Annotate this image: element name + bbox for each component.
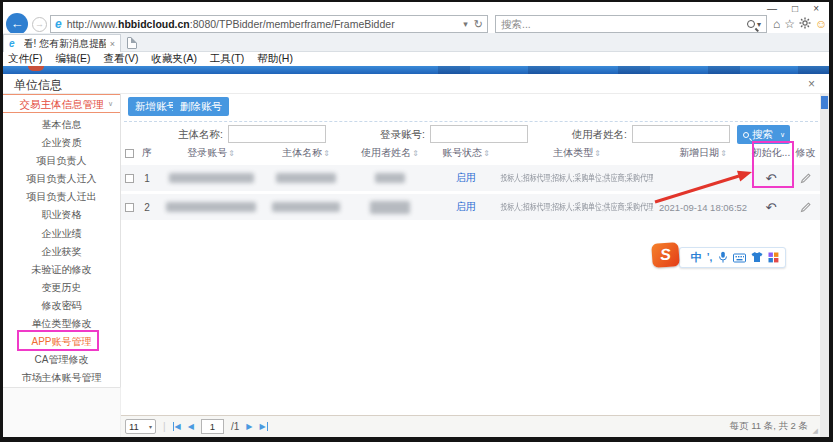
page-size-select[interactable]: 11 ▾ [125,419,156,434]
sidebar-item-enterprise-awards[interactable]: 企业获奖 [3,243,120,261]
cell-subject-type: 投标人;招标代理;招标人;采购单位;供应商;采购代理 [499,172,655,185]
sidebar-header[interactable]: 交易主体信息管理 ∨ [3,94,120,113]
dialog-close-icon[interactable]: × [808,77,815,91]
browser-search-input[interactable] [501,18,747,30]
annotation-red-arrow [640,158,765,213]
account-status-link[interactable]: 启用 [433,200,499,214]
ime-microphone-icon[interactable] [718,251,728,264]
tab-favicon-icon: e [9,38,15,49]
home-icon[interactable]: ⌂ [773,18,780,30]
menu-edit[interactable]: 编辑(E) [55,52,90,66]
subject-name-input[interactable] [228,125,326,143]
vertical-scrollbar-thumb[interactable] [821,96,828,109]
ie-logo-icon: e [55,17,62,31]
menu-view[interactable]: 查看(V) [103,52,138,66]
sort-icon: ⇕ [594,149,601,158]
cell-subject-type: 投标人;招标代理;招标人;采购单位;供应商;采购代理 [499,201,655,214]
next-page-icon[interactable]: ▶ [246,422,252,431]
sidebar-item-pm-transfer-out[interactable]: 项目负责人迁出 [3,188,120,206]
address-bar[interactable]: e http://www.hbbidcloud.cn:8080/TPBidder… [50,15,488,33]
delete-account-button[interactable]: 删除账号 [173,97,229,116]
record-count-summary: 每页 11 条, 共 2 条 [730,420,808,433]
back-button[interactable]: ← [6,13,28,35]
user-name-input[interactable] [632,125,730,143]
user-name-label: 使用者姓名: [550,128,627,142]
prev-page-icon[interactable]: ◀ [188,422,194,431]
favorites-star-icon[interactable]: ☆ [784,18,795,30]
menu-file[interactable]: 文件(F) [8,52,42,66]
vertical-scrollbar-track[interactable] [820,94,829,437]
search-dropdown-icon[interactable]: ▾ [757,20,761,29]
sidebar-item-change-password[interactable]: 修改密码 [3,297,120,315]
menu-tools[interactable]: 工具(T) [210,52,244,66]
initialize-undo-icon[interactable]: ↶ [766,200,777,215]
select-caret-icon: ▾ [149,423,152,430]
ime-punctuation-icon[interactable]: ’, [707,252,713,263]
col-user-name[interactable]: 使用者姓名⇕ [347,146,433,160]
sidebar-item-professional-qualification[interactable]: 职业资格 [3,206,120,224]
col-subject-type[interactable]: 主体类型⇕ [499,146,655,160]
edit-action[interactable] [791,172,820,184]
maximize-button[interactable]: □ [792,3,798,15]
ime-keyboard-icon[interactable] [733,253,746,263]
url-text: http://www.hbbidcloud.cn:8080/TPBidder/m… [67,18,395,30]
search-button-icon [743,132,749,138]
total-pages-label: /1 [231,421,239,432]
address-dropdown-icon[interactable]: ▾ [463,19,468,29]
col-login-account[interactable]: 登录账号⇕ [157,146,265,160]
col-account-status[interactable]: 账号状态⇕ [433,146,499,160]
row-checkbox[interactable] [125,174,134,183]
cell-login-account-redacted [157,173,265,183]
settings-gear-icon[interactable] [799,17,811,31]
col-edit: 修改 [791,146,820,160]
sidebar-footer-area [3,387,121,437]
sogou-logo-icon[interactable]: S [651,242,680,268]
close-window-button[interactable]: × [813,3,819,15]
cell-user-name-redacted [347,201,433,214]
refresh-icon[interactable]: ↻ [474,18,483,31]
menu-favorites[interactable]: 收藏夹(A) [151,52,197,66]
minimize-button[interactable]: — [767,3,777,15]
sidebar-item-change-history[interactable]: 变更历史 [3,279,120,297]
toolbar-divider [124,121,818,122]
browser-menubar: 文件(F) 编辑(E) 查看(V) 收藏夹(A) 工具(T) 帮助(H) [3,52,829,66]
menu-help[interactable]: 帮助(H) [257,52,293,66]
pagination-bar: 11 ▾ | ◀ ◀ /1 ▶ ▶ 每页 11 条, 共 2 条 ◢ [121,415,820,437]
browser-search-box[interactable]: ▾ [495,15,767,33]
col-subject-name[interactable]: 主体名称⇕ [265,146,347,160]
account-status-link[interactable]: 启用 [433,171,499,185]
edit-pencil-icon[interactable] [800,202,811,213]
login-account-input[interactable] [430,125,528,143]
select-all-checkbox[interactable] [125,149,134,158]
sidebar-item-ca-management-change[interactable]: CA管理修改 [3,351,120,369]
sidebar-item-pm-transfer-in[interactable]: 项目负责人迁入 [3,170,120,188]
sidebar-item-basic-info[interactable]: 基本信息 [3,116,120,134]
new-tab-button[interactable] [127,37,137,49]
cell-login-account-redacted [157,202,265,212]
search-icon[interactable] [747,20,755,28]
login-account-label: 登录账号: [365,128,425,142]
tab-close-icon[interactable]: × [110,39,115,49]
cell-seq: 2 [137,202,157,213]
sidebar-item-market-subject-account[interactable]: 市场主体账号管理 [3,369,120,387]
first-page-icon[interactable]: ◀ [173,422,181,431]
cell-subject-name-redacted [265,202,347,212]
cell-seq: 1 [137,173,157,184]
sort-icon: ⇕ [323,149,330,158]
last-page-icon[interactable]: ▶ [259,422,267,431]
row-checkbox[interactable] [125,203,134,212]
ime-skin-shirt-icon[interactable] [751,252,763,263]
ime-toolbox-grid-icon[interactable] [768,252,779,263]
edit-pencil-icon[interactable] [800,173,811,184]
feedback-smiley-icon[interactable]: ☺ [815,18,827,30]
sidebar-item-project-manager[interactable]: 项目负责人 [3,152,120,170]
forward-button[interactable]: → [32,17,47,32]
sidebar-item-enterprise-performance[interactable]: 企业业绩 [3,225,120,243]
ime-chinese-mode-icon[interactable]: 中 [691,250,702,265]
edit-action[interactable] [791,201,820,213]
sidebar-item-enterprise-qualification[interactable]: 企业资质 [3,134,120,152]
col-seq: 序 [137,146,157,160]
browser-tab[interactable]: e 看! 您有新消息提醒，请点... × [3,34,121,52]
page-number-input[interactable] [201,419,224,434]
sidebar-item-unverified-changes[interactable]: 未验证的修改 [3,261,120,279]
